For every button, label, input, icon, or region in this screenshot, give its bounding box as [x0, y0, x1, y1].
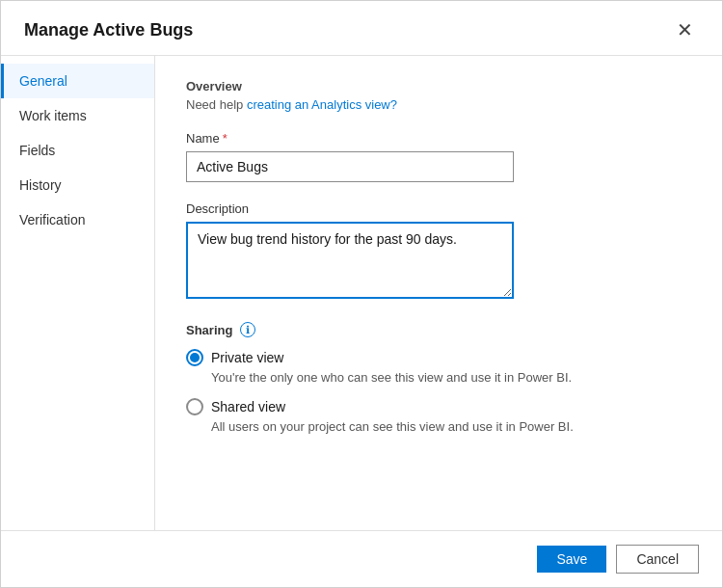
shared-view-label: Shared view	[211, 399, 285, 414]
sidebar-item-fields[interactable]: Fields	[1, 133, 154, 168]
close-button[interactable]: ✕	[671, 18, 699, 41]
name-input[interactable]	[186, 151, 514, 182]
shared-view-radio[interactable]	[186, 398, 203, 415]
sharing-label-row: Sharing ℹ	[186, 322, 691, 337]
sidebar-item-verification[interactable]: Verification	[1, 202, 154, 237]
private-view-label: Private view	[211, 350, 283, 365]
dialog-body: General Work items Fields History Verifi…	[1, 56, 722, 530]
dialog-title: Manage Active Bugs	[24, 20, 193, 40]
name-field-group: Name *	[186, 131, 691, 182]
cancel-button[interactable]: Cancel	[616, 545, 699, 574]
private-view-radio[interactable]	[186, 349, 203, 366]
description-label: Description	[186, 201, 691, 216]
description-textarea[interactable]: View bug trend history for the past 90 d…	[186, 222, 514, 299]
shared-view-description: All users on your project can see this v…	[186, 419, 691, 434]
sharing-section: Sharing ℹ Private view You're the only o…	[186, 322, 691, 434]
sidebar: General Work items Fields History Verifi…	[1, 56, 155, 530]
sidebar-item-work-items[interactable]: Work items	[1, 98, 154, 133]
sidebar-item-history[interactable]: History	[1, 168, 154, 202]
sidebar-item-general[interactable]: General	[1, 64, 154, 98]
sharing-title: Sharing	[186, 323, 232, 337]
required-star: *	[223, 131, 228, 146]
dialog-header: Manage Active Bugs ✕	[1, 1, 722, 56]
help-text: Need help creating an Analytics view?	[186, 97, 691, 112]
help-link[interactable]: creating an Analytics view?	[247, 97, 397, 112]
private-view-option: Private view You're the only one who can…	[186, 349, 691, 385]
content-area: Overview Need help creating an Analytics…	[155, 56, 722, 530]
info-icon[interactable]: ℹ	[240, 322, 255, 337]
manage-active-bugs-dialog: Manage Active Bugs ✕ General Work items …	[0, 0, 723, 588]
description-field-group: Description View bug trend history for t…	[186, 201, 691, 303]
private-view-description: You're the only one who can see this vie…	[186, 370, 691, 385]
shared-view-option: Shared view All users on your project ca…	[186, 398, 691, 434]
dialog-footer: Save Cancel	[1, 530, 722, 587]
overview-section: Overview Need help creating an Analytics…	[186, 79, 691, 112]
name-label: Name *	[186, 131, 691, 146]
overview-label: Overview	[186, 79, 691, 94]
save-button[interactable]: Save	[537, 546, 606, 573]
